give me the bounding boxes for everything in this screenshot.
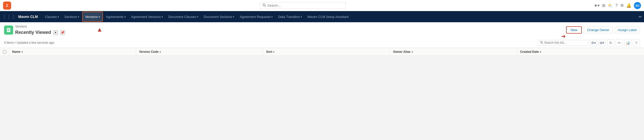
th-created-date-label: Created Date [520,50,539,54]
nav-item-data-transfers[interactable]: Data Transfers ▾ [276,11,304,22]
th-owner-alias-sort-icon: ▾ [412,51,413,53]
svg-line-7 [542,43,543,44]
nav-clauses-label: Clauses [45,15,57,19]
app-logo[interactable]: Z [3,2,11,10]
nav-sections-chevron: ▾ [78,15,79,18]
th-sort-label: Sort [266,50,272,54]
breadcrumb-text: Versions [15,25,27,28]
nav-data-transfers-chevron: ▾ [301,15,302,18]
svg-line-1 [265,6,266,7]
edit-pencil-button[interactable]: ✏ [616,39,623,46]
select-all-checkbox[interactable] [3,50,6,54]
charts-button[interactable]: 📊 [624,39,631,46]
page-header-actions: New Change Owner Assign Label [566,26,640,34]
svg-point-6 [541,41,542,43]
top-bar-left: Z [3,2,11,10]
nav-item-document-clauses[interactable]: Document Clauses ▾ [166,11,201,22]
th-name-sort-icon: ▾ [21,51,23,53]
refresh-button[interactable]: ↻ [607,39,614,46]
search-bar [13,2,592,9]
nav-agreements-chevron: ▾ [124,15,126,18]
th-checkbox[interactable] [0,48,9,56]
nav-agreement-versions-label: Agreement Versions [131,15,161,19]
page-header: Versions Recently Viewed ▾ 📌 New Change … [0,22,644,48]
nav-setup-assistant-label: Maven CLM Setup Assistant [307,15,349,19]
nav-data-transfers-label: Data Transfers [278,15,300,19]
search-icon [262,3,266,8]
nav-document-sections-label: Document Sections [204,15,232,19]
new-button[interactable]: New [566,26,582,34]
nav-grid-icon[interactable]: ⋮⋮⋮ [2,14,16,19]
nav-item-agreement-versions[interactable]: Agreement Versions ▾ [129,11,165,22]
nav-item-agreements[interactable]: Agreements ▾ [103,11,128,22]
empty-table-area [0,56,644,106]
settings-gear-button[interactable]: ⚙▾ [590,39,597,46]
columns-button[interactable]: ⊞▾ [598,39,606,46]
nav-document-clauses-label: Document Clauses [168,15,196,19]
nav-item-versions[interactable]: Versions ▾ [82,12,103,22]
th-name[interactable]: Name ▾ [9,48,136,56]
notifications-icon[interactable]: 🔔 [626,3,631,8]
nav-agreements-label: Agreements [106,15,124,19]
status-bar: 0 items • Updated a few seconds ago ⚙▾ ⊞… [4,38,640,48]
th-sort[interactable]: Sort ▾ [263,48,390,56]
title-dropdown-button[interactable]: ▾ [53,30,58,35]
table-header: Name ▾ Version Code ▾ Sort ▾ Owner Alias… [0,48,644,56]
nav-agreement-requests-chevron: ▾ [271,15,273,18]
grid-apps-icon[interactable]: ⊞ [602,3,605,8]
filter-button[interactable]: ▽ [633,39,640,46]
th-owner-alias-label: Owner Alias [393,50,411,54]
page-title: Recently Viewed [15,30,51,35]
nav-agreement-versions-chevron: ▾ [162,15,163,18]
help-icon[interactable]: ? [615,3,618,8]
th-name-label: Name [12,50,20,54]
favorites-icon[interactable]: ★▾ [594,3,599,8]
table-container: Name ▾ Version Code ▾ Sort ▾ Owner Alias… [0,48,644,106]
nav-document-clauses-chevron: ▾ [197,15,198,18]
nav-clauses-chevron: ▾ [58,15,59,18]
status-text: 0 items • Updated a few seconds ago [4,41,54,44]
th-sort-sort-icon: ▾ [273,51,274,53]
status-bar-right: ⚙▾ ⊞▾ ↻ ✏ 📊 ▽ [538,39,640,46]
breadcrumb: Versions [15,25,65,28]
nav-item-clauses[interactable]: Clauses ▾ [42,11,61,22]
nav-app-name: Maven CLM [18,15,38,19]
cloud-icon[interactable]: ⛅ [608,3,613,8]
top-bar-right: ★▾ ⊞ ⛅ ? ⚙ 🔔 AU [594,2,641,9]
page-title-wrap: Recently Viewed ▾ 📌 [15,30,65,35]
th-version-code-sort-icon: ▾ [160,51,161,53]
search-list-input[interactable] [544,41,586,44]
page-icon [4,26,13,35]
search-list-wrap[interactable] [538,40,588,46]
nav-document-sections-chevron: ▾ [233,15,234,18]
nav-item-sections[interactable]: Sections ▾ [62,11,82,22]
page-header-top: Versions Recently Viewed ▾ 📌 New Change … [4,25,640,38]
pin-button[interactable]: 📌 [60,30,65,35]
th-version-code[interactable]: Version Code ▾ [136,48,263,56]
nav-versions-label: Versions [85,15,98,19]
nav-agreement-requests-label: Agreement Requests [240,15,271,19]
top-bar: Z ★▾ ⊞ ⛅ ? ⚙ 🔔 AU [0,0,644,11]
nav-versions-chevron: ▾ [99,15,100,18]
th-created-date[interactable]: Created Date ▾ [517,48,644,56]
nav-item-document-sections[interactable]: Document Sections ▾ [201,11,237,22]
settings-icon[interactable]: ⚙ [620,3,624,8]
global-search-input[interactable] [268,4,343,7]
th-version-code-label: Version Code [139,50,159,54]
nav-item-setup-assistant[interactable]: Maven CLM Setup Assistant [305,11,351,22]
nav-bar: ⋮⋮⋮ Maven CLM Clauses ▾ Sections ▾ Versi… [0,11,644,22]
avatar[interactable]: AU [634,2,641,9]
th-owner-alias[interactable]: Owner Alias ▾ [390,48,517,56]
nav-sections-label: Sections [64,15,77,19]
nav-edit-icon[interactable]: ✏ [639,14,642,19]
nav-item-agreement-requests[interactable]: Agreement Requests ▾ [237,11,275,22]
th-created-date-sort-icon: ▾ [540,51,541,53]
change-owner-button[interactable]: Change Owner [584,27,612,33]
assign-label-button[interactable]: Assign Label [615,27,640,33]
search-input-wrap[interactable] [260,2,346,9]
search-list-icon [540,41,543,45]
